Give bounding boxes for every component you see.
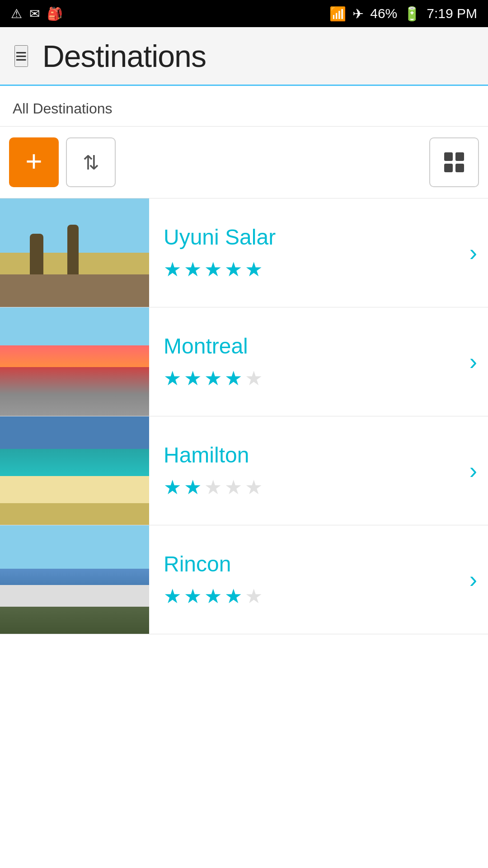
star-2: ★ (184, 367, 202, 390)
destination-name-uyuni: Uyuni Salar (164, 225, 477, 250)
status-right-info: 📶 ✈ 46% 🔋 7:19 PM (329, 6, 477, 22)
sort-button[interactable]: ⇅ (66, 137, 116, 187)
star-3: ★ (204, 476, 222, 499)
grid-view-button[interactable] (429, 137, 479, 187)
star-2: ★ (184, 258, 202, 281)
star-4: ★ (225, 585, 242, 608)
wifi-icon: 📶 (329, 6, 346, 22)
gmail-icon: ✉ (29, 6, 40, 21)
chevron-right-icon-uyuni: › (469, 239, 477, 266)
chevron-right-icon-rincon: › (469, 566, 477, 593)
star-3: ★ (204, 258, 222, 281)
destination-list: Uyuni Salar ★ ★ ★ ★ ★ › Montreal ★ ★ ★ ★… (0, 198, 488, 634)
destination-image-montreal (0, 307, 149, 416)
toolbar-left: + ⇅ (9, 137, 116, 187)
destination-info-montreal: Montreal ★ ★ ★ ★ ★ › (149, 307, 488, 416)
destination-item-uyuni[interactable]: Uyuni Salar ★ ★ ★ ★ ★ › (0, 198, 488, 307)
section-label: All Destinations (0, 86, 488, 127)
destination-image-rincon (0, 525, 149, 634)
plus-icon: + (25, 147, 42, 176)
destination-stars-rincon: ★ ★ ★ ★ ★ (164, 585, 477, 608)
destination-info-rincon: Rincon ★ ★ ★ ★ ★ › (149, 525, 488, 634)
star-3: ★ (204, 367, 222, 390)
star-1: ★ (164, 585, 181, 608)
destination-image-uyuni (0, 198, 149, 307)
battery-level: 46% (370, 6, 397, 21)
destination-info-hamilton: Hamilton ★ ★ ★ ★ ★ › (149, 416, 488, 525)
airplane-icon: ✈ (352, 6, 364, 22)
page-title: Destinations (42, 38, 206, 74)
grid-icon (444, 152, 464, 172)
star-5: ★ (245, 258, 263, 281)
app-bar: ≡ Destinations (0, 27, 488, 86)
destination-item-rincon[interactable]: Rincon ★ ★ ★ ★ ★ › (0, 525, 488, 634)
star-2: ★ (184, 585, 202, 608)
star-3: ★ (204, 585, 222, 608)
destination-stars-uyuni: ★ ★ ★ ★ ★ (164, 258, 477, 281)
hamburger-menu-button[interactable]: ≡ (14, 45, 28, 67)
destination-stars-montreal: ★ ★ ★ ★ ★ (164, 367, 477, 390)
chevron-right-icon-montreal: › (469, 348, 477, 375)
warning-icon: ⚠ (11, 6, 22, 21)
add-destination-button[interactable]: + (9, 137, 59, 187)
destination-name-rincon: Rincon (164, 552, 477, 576)
star-1: ★ (164, 367, 181, 390)
destination-name-hamilton: Hamilton (164, 443, 477, 467)
status-bar: ⚠ ✉ 🎒 📶 ✈ 46% 🔋 7:19 PM (0, 0, 488, 27)
chevron-right-icon-hamilton: › (469, 457, 477, 484)
star-4: ★ (225, 476, 242, 499)
destination-info-uyuni: Uyuni Salar ★ ★ ★ ★ ★ › (149, 198, 488, 307)
destination-image-hamilton (0, 416, 149, 525)
star-5: ★ (245, 367, 263, 390)
star-4: ★ (225, 367, 242, 390)
battery-icon: 🔋 (404, 6, 420, 22)
star-5: ★ (245, 476, 263, 499)
destination-stars-hamilton: ★ ★ ★ ★ ★ (164, 476, 477, 499)
destination-item-hamilton[interactable]: Hamilton ★ ★ ★ ★ ★ › (0, 416, 488, 525)
destination-item-montreal[interactable]: Montreal ★ ★ ★ ★ ★ › (0, 307, 488, 416)
status-left-icons: ⚠ ✉ 🎒 (11, 6, 63, 21)
briefcase-icon: 🎒 (47, 6, 63, 21)
star-5: ★ (245, 585, 263, 608)
star-2: ★ (184, 476, 202, 499)
star-1: ★ (164, 258, 181, 281)
clock: 7:19 PM (427, 6, 477, 21)
sort-icon: ⇅ (83, 151, 99, 174)
toolbar-row: + ⇅ (0, 127, 488, 198)
star-4: ★ (225, 258, 242, 281)
star-1: ★ (164, 476, 181, 499)
destination-name-montreal: Montreal (164, 334, 477, 359)
